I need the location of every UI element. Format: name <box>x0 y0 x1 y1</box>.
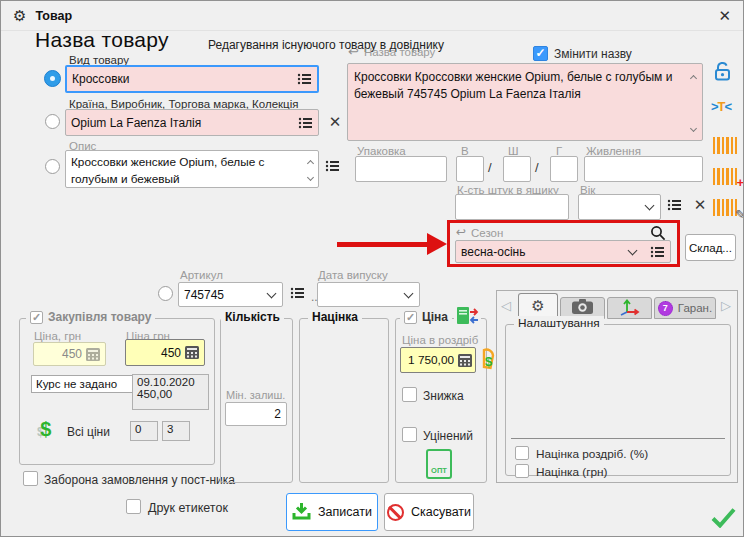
markdown-checkbox[interactable] <box>402 427 417 442</box>
depth-input[interactable] <box>550 156 578 182</box>
all-prices-icon[interactable]: $$ <box>37 418 51 441</box>
age-clear-icon[interactable]: ✕ <box>691 196 709 214</box>
markup-uah-label: Націнка (грн) <box>536 465 607 479</box>
calculator-icon[interactable] <box>185 346 199 359</box>
list-icon[interactable] <box>298 117 313 129</box>
price-checkbox[interactable] <box>404 311 417 324</box>
min-stock-input[interactable]: 2 <box>225 402 287 426</box>
scroll-down-icon[interactable] <box>307 174 314 181</box>
rate-date: 09.10.2020 <box>137 376 204 388</box>
calculator-icon[interactable] <box>86 348 100 361</box>
dimension-separator: / <box>488 160 492 175</box>
plus-icon: + <box>736 175 744 190</box>
tab-scroll-left-icon[interactable]: ◁ <box>501 298 511 313</box>
pencil-icon: ✎ <box>735 207 744 222</box>
scroll-up-icon[interactable] <box>690 75 697 82</box>
purchase-checkbox[interactable] <box>30 311 43 324</box>
all-prices-label: Всі ціни <box>67 425 110 439</box>
lock-icon[interactable] <box>713 61 732 85</box>
product-type-value: Кроссовки <box>72 72 293 86</box>
brand-value: Opium La Faenza Італія <box>71 116 294 130</box>
quantity-title: Кількість <box>225 310 280 324</box>
release-date-combo[interactable] <box>317 282 420 307</box>
barcode-icon[interactable] <box>713 137 737 154</box>
retail-price-value: 1 750,00 <box>404 353 454 367</box>
cancel-button[interactable]: Скасувати <box>384 493 474 531</box>
tab-warranty[interactable]: 7 Гаран. <box>654 297 716 319</box>
wholesale-doc-icon[interactable]: ОПТ <box>426 449 452 479</box>
scroll-down-icon[interactable] <box>690 125 697 132</box>
article-label: Артикул <box>180 269 223 281</box>
barcode-edit-icon[interactable]: ✎ <box>713 199 737 216</box>
dimension-separator: / <box>535 160 539 175</box>
article-combo[interactable]: 745745 <box>178 282 283 307</box>
svg-text:$: $ <box>485 354 493 369</box>
chevron-down-icon <box>404 288 414 298</box>
confirm-check-icon[interactable] <box>711 507 736 531</box>
age-combo[interactable] <box>578 194 661 220</box>
product-name-textarea[interactable]: Кроссовки Кроссовки женские Opium, белые… <box>347 63 703 141</box>
description-radio[interactable] <box>45 159 60 174</box>
settings-group: Налаштування Націнка роздріб. (%) Націнк… <box>505 324 731 476</box>
packaging-input[interactable] <box>355 156 447 182</box>
min-stock-value: 2 <box>231 407 281 421</box>
brand-radio[interactable] <box>45 114 60 129</box>
price-group: Ціна Ціна в роздріб 1 750,00 $ Знижка Уц… <box>395 318 487 483</box>
article-value: 745745 <box>184 288 262 302</box>
text-fit-icon[interactable]: >Т< <box>711 99 731 114</box>
barcode-add-icon[interactable]: + <box>713 168 737 185</box>
discount-checkbox[interactable] <box>402 387 417 402</box>
brand-combo[interactable]: Opium La Faenza Італія <box>65 109 319 136</box>
list-icon[interactable] <box>297 73 312 85</box>
list-icon[interactable] <box>325 160 340 172</box>
purchase-title: Закупівля товару <box>48 310 151 324</box>
description-value: Кроссовки женские Opium, белые с голубым… <box>71 154 304 187</box>
product-dialog: ⚙ Товар ✕ Назва товару Редагування існую… <box>0 0 744 537</box>
change-name-checkbox[interactable] <box>533 46 548 61</box>
price-title: Ціна <box>422 310 448 324</box>
print-labels-label: Друк етикеток <box>148 501 228 515</box>
gear-icon: ⚙ <box>531 297 544 315</box>
price-uah-input[interactable]: 450 <box>33 342 106 366</box>
save-label: Записати <box>318 505 372 519</box>
price-uah-value: 450 <box>39 347 82 361</box>
camera-icon <box>572 299 593 317</box>
list-icon[interactable] <box>667 199 682 211</box>
price-export-icon[interactable] <box>454 306 481 330</box>
save-icon <box>292 502 311 523</box>
print-labels-checkbox[interactable] <box>126 499 141 514</box>
brand-clear-icon[interactable]: ✕ <box>326 113 344 131</box>
chevron-down-icon <box>645 201 655 211</box>
quantity-group: Кількість Мін. залиш. 2 <box>220 318 293 483</box>
name-panel-label: Назва товару <box>364 46 435 58</box>
height-input[interactable] <box>456 156 484 182</box>
power-input[interactable] <box>584 156 703 182</box>
retail-markup-checkbox[interactable] <box>515 446 529 460</box>
price-uah2-value: 450 <box>131 346 181 360</box>
markup-uah-checkbox[interactable] <box>515 464 529 478</box>
scroll-up-icon[interactable] <box>307 160 314 167</box>
product-type-combo[interactable]: Кроссовки <box>65 65 319 93</box>
min-stock-label: Мін. залиш. <box>226 389 285 401</box>
article-radio[interactable] <box>158 286 173 301</box>
markup-group: Націнка <box>299 318 389 483</box>
description-textarea[interactable]: Кроссовки женские Opium, белые с голубым… <box>65 150 319 188</box>
divider <box>511 438 725 439</box>
tab-scroll-right-icon[interactable]: ▷ <box>721 298 731 313</box>
per-box-input[interactable] <box>455 194 569 220</box>
retail-price-input[interactable]: 1 750,00 <box>400 347 476 373</box>
undo-icon[interactable]: ↩ <box>348 44 359 59</box>
tab-warranty-label: Гаран. <box>678 302 712 314</box>
stock-button[interactable]: Склад... <box>685 234 736 261</box>
product-type-radio[interactable] <box>44 70 61 87</box>
price-uah2-input[interactable]: 450 <box>125 339 205 366</box>
tab-dimensions[interactable] <box>607 297 652 319</box>
forbid-order-checkbox[interactable] <box>23 471 38 486</box>
width-input[interactable] <box>503 156 531 182</box>
list-icon[interactable] <box>290 287 305 299</box>
close-icon[interactable]: ✕ <box>718 7 731 25</box>
calculator-icon[interactable] <box>458 354 472 367</box>
cancel-label: Скасувати <box>411 505 471 519</box>
save-button[interactable]: Записати <box>286 493 378 531</box>
rate-value: 450,00 <box>137 388 204 400</box>
